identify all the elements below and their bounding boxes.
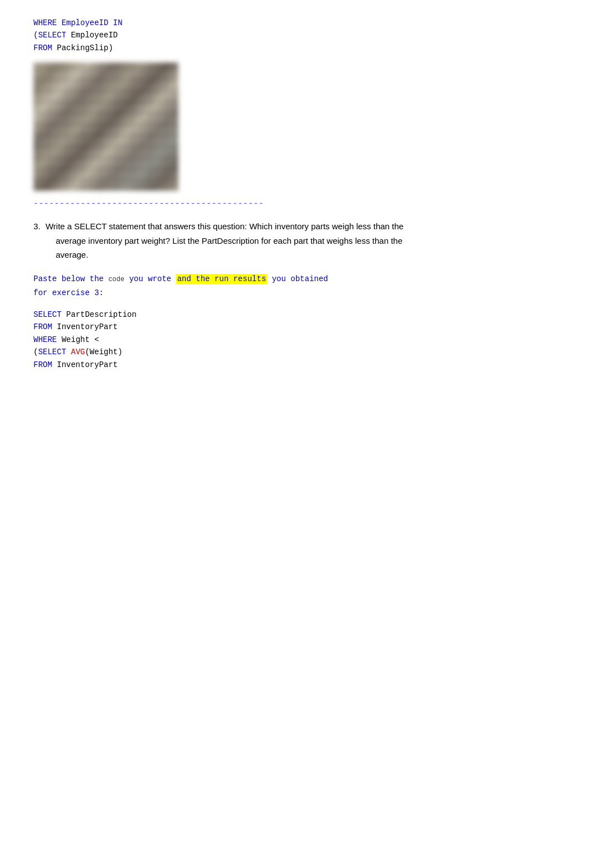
kw2-from2: FROM — [33, 360, 52, 369]
sql2-partdesc: PartDescription — [66, 310, 137, 319]
sql2-line2: FROM InventoryPart — [33, 321, 559, 333]
paste-text-2: you wrote — [124, 274, 176, 283]
sql-line-where: WHERE EmployeeID IN — [33, 17, 559, 29]
sql-block-1: WHERE EmployeeID IN (SELECT EmployeeID F… — [33, 17, 559, 54]
question-text-indent1: average inventory part weight? List the … — [56, 234, 559, 248]
sql2-weight-lt: Weight < — [61, 335, 99, 344]
kw2-select: SELECT — [33, 310, 61, 319]
question-3: 3. Write a SELECT statement that answers… — [33, 219, 559, 262]
sql2-weight-paren: (Weight) — [85, 348, 122, 356]
kw-where: WHERE EmployeeID IN — [33, 18, 123, 27]
sql2-inventorypart2: InventoryPart — [57, 360, 118, 369]
sql-line-select: (SELECT EmployeeID — [33, 29, 559, 41]
kw2-where: WHERE — [33, 335, 57, 344]
sql2-line1: SELECT PartDescription — [33, 308, 559, 321]
kw-select-paren: (SELECT — [33, 31, 66, 40]
sql2-line5: FROM InventoryPart — [33, 359, 559, 371]
blurred-image — [33, 62, 178, 191]
question-text-indent2: average. — [56, 248, 559, 262]
sql-block-2: SELECT PartDescription FROM InventoryPar… — [33, 308, 559, 371]
sql2-inventorypart: InventoryPart — [57, 322, 118, 331]
sql-packingslip: PackingSlip) — [57, 44, 113, 52]
paste-text-1: Paste below the — [33, 274, 108, 283]
sql-line-from: FROM PackingSlip) — [33, 42, 559, 54]
kw2-select2: SELECT — [38, 348, 66, 356]
kw-from: FROM — [33, 44, 52, 52]
kw2-avg: AVG — [71, 348, 85, 356]
paste-code-word: code — [108, 276, 124, 283]
sql-employeeid: EmployeeID — [71, 31, 118, 40]
section-divider: ----------------------------------------… — [33, 199, 559, 208]
kw2-from: FROM — [33, 322, 52, 331]
question-number: 3. — [33, 221, 41, 231]
paste-text-4: for exercise 3: — [33, 288, 104, 297]
paste-text-3: you obtained — [267, 274, 328, 283]
sql2-line4: (SELECT AVG(Weight) — [33, 346, 559, 358]
paste-instruction: Paste below the code you wrote and the r… — [33, 272, 559, 300]
paste-highlight: and the run results — [176, 274, 268, 284]
question-text-main: Write a SELECT statement that answers th… — [46, 221, 404, 231]
sql2-line3: WHERE Weight < — [33, 334, 559, 346]
